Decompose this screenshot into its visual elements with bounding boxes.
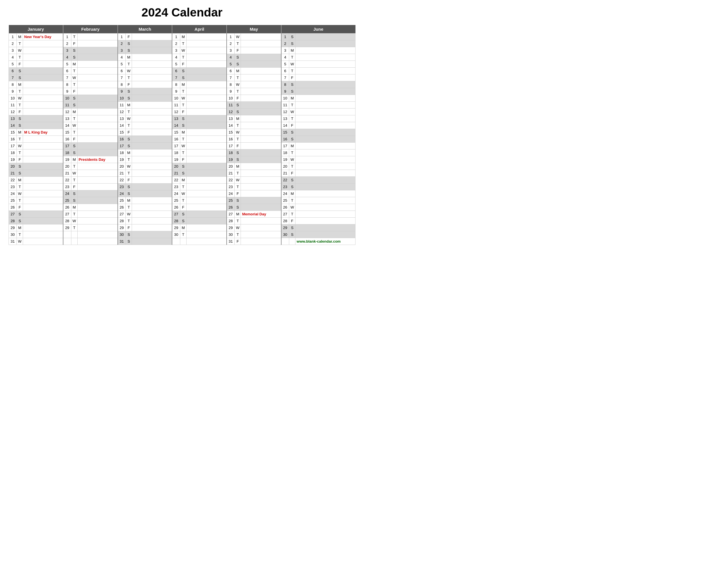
day-letter: T (235, 74, 241, 81)
day-letter: M (126, 102, 132, 109)
event-cell (241, 225, 281, 231)
day-num: 10 (281, 95, 289, 102)
event-cell (23, 150, 63, 156)
day-letter: S (180, 218, 186, 225)
day-letter: S (180, 115, 186, 122)
day-letter: F (17, 156, 23, 163)
day-letter: S (289, 40, 295, 47)
day-letter: T (289, 54, 295, 61)
day-num: 9 (63, 88, 71, 95)
event-cell (132, 102, 172, 109)
day-letter: T (235, 88, 241, 95)
day-letter: T (71, 225, 77, 231)
day-letter: F (126, 129, 132, 136)
event-cell (23, 170, 63, 177)
event-cell (186, 197, 227, 204)
day-letter: F (235, 190, 241, 197)
event-cell (23, 156, 63, 163)
day-num: 10 (227, 95, 235, 102)
day-letter: W (126, 115, 132, 122)
event-cell (132, 68, 172, 74)
event-cell (186, 34, 227, 40)
day-num: 18 (9, 150, 17, 156)
event-cell (186, 177, 227, 184)
day-num: 1 (9, 34, 17, 40)
day-letter: W (126, 68, 132, 74)
day-letter: W (235, 34, 241, 40)
header-march: March (118, 25, 172, 34)
day-num: 4 (9, 54, 17, 61)
event-cell: www.blank-calendar.com (295, 238, 355, 245)
event-cell (132, 109, 172, 115)
day-num: 19 (281, 156, 289, 163)
event-cell (295, 150, 355, 156)
day-letter: T (235, 218, 241, 225)
day-num: 8 (227, 81, 235, 88)
day-num: 1 (227, 34, 235, 40)
day-letter: M (71, 204, 77, 211)
event-cell (132, 95, 172, 102)
event-cell (77, 102, 118, 109)
day-letter: T (126, 109, 132, 115)
day-num: 30 (281, 231, 289, 238)
day-num: 27 (227, 211, 235, 218)
day-num: 6 (281, 68, 289, 74)
day-letter: T (289, 211, 295, 218)
day-letter: F (180, 61, 186, 68)
event-cell (241, 129, 281, 136)
day-letter: T (126, 122, 132, 129)
day-num: 30 (118, 231, 126, 238)
day-num: 19 (118, 156, 126, 163)
event-cell (132, 204, 172, 211)
event-cell (295, 88, 355, 95)
day-letter: T (71, 81, 77, 88)
day-num: 29 (63, 225, 71, 231)
day-num: 27 (9, 211, 17, 218)
day-letter: T (17, 136, 23, 143)
day-letter: F (71, 88, 77, 95)
event-cell (295, 102, 355, 109)
day-letter: S (17, 115, 23, 122)
day-num: 14 (9, 122, 17, 129)
day-num: 22 (118, 177, 126, 184)
day-num: 9 (281, 88, 289, 95)
event-cell (77, 47, 118, 54)
event-cell (23, 238, 63, 245)
event-cell (241, 170, 281, 177)
day-num: 21 (172, 170, 180, 177)
day-num: 19 (172, 156, 180, 163)
event-cell (295, 163, 355, 170)
day-letter: T (289, 68, 295, 74)
event-cell (132, 115, 172, 122)
event-cell (241, 40, 281, 47)
day-letter: S (126, 231, 132, 238)
event-cell (23, 40, 63, 47)
event-cell (132, 150, 172, 156)
event-cell (23, 204, 63, 211)
day-num: 7 (63, 74, 71, 81)
day-letter: F (235, 95, 241, 102)
event-cell (186, 95, 227, 102)
event-cell (77, 34, 118, 40)
day-letter: M (126, 197, 132, 204)
day-letter: T (180, 184, 186, 190)
day-letter: T (180, 136, 186, 143)
day-letter: M (289, 190, 295, 197)
event-cell (77, 197, 118, 204)
day-letter: F (289, 74, 295, 81)
day-num: 26 (227, 204, 235, 211)
event-cell (132, 238, 172, 245)
event-cell (295, 225, 355, 231)
event-cell (77, 184, 118, 190)
day-num: 1 (118, 34, 126, 40)
day-num: 30 (172, 231, 180, 238)
day-num: 4 (172, 54, 180, 61)
day-letter: S (126, 143, 132, 150)
event-cell (295, 170, 355, 177)
day-num: 22 (9, 177, 17, 184)
day-num: 2 (227, 40, 235, 47)
day-letter: S (126, 184, 132, 190)
event-cell (77, 238, 118, 245)
event-cell (295, 218, 355, 225)
day-num: 7 (281, 74, 289, 81)
